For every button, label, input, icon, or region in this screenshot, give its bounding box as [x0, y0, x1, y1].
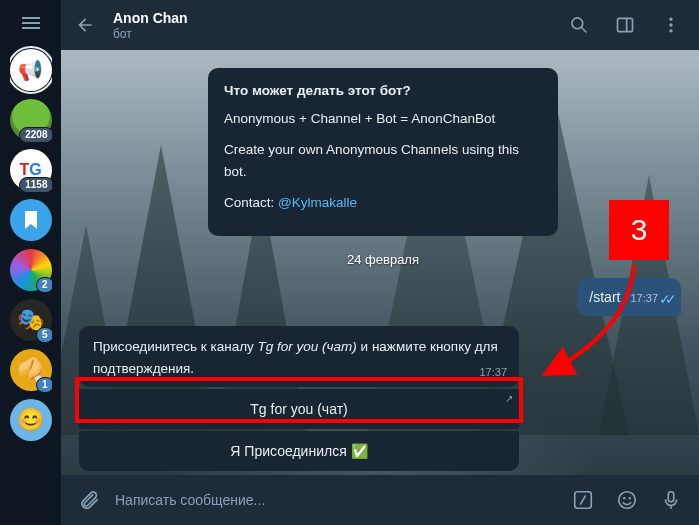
read-checks-icon: ✓✓	[659, 288, 671, 310]
message-row-in: Присоединитесь к каналу Tg for you (чат)…	[79, 326, 687, 471]
svg-rect-2	[618, 18, 633, 31]
unread-badge: 2208	[19, 127, 51, 143]
sidebar-chat-last[interactable]: 😊	[10, 399, 52, 441]
smile-icon	[616, 489, 638, 511]
bot-info-heading: Что может делать этот бот?	[224, 80, 542, 102]
chat-area: Что может делать этот бот? Anonymous + C…	[61, 50, 699, 475]
menu-button[interactable]	[0, 0, 61, 45]
unread-badge: 1	[36, 377, 52, 393]
sidebar-chat-saved[interactable]	[10, 199, 52, 241]
hamburger-icon	[22, 17, 40, 29]
chat-header: Anon Chan бот	[61, 0, 699, 50]
sidepanel-button[interactable]	[607, 7, 643, 43]
emoji-button[interactable]	[609, 482, 645, 518]
svg-point-6	[669, 29, 672, 32]
svg-point-0	[572, 18, 583, 29]
message-input[interactable]	[115, 492, 557, 508]
outgoing-text: /start	[589, 286, 620, 308]
slash-box-icon	[572, 489, 594, 511]
more-button[interactable]	[653, 7, 689, 43]
paperclip-icon	[78, 489, 100, 511]
chat-title-block[interactable]: Anon Chan бот	[113, 10, 551, 41]
arrow-left-icon	[75, 15, 95, 35]
bookmark-icon	[23, 210, 39, 230]
inline-button-channel[interactable]: Tg for you (чат) ↗	[79, 389, 519, 429]
message-row-out: /start 17:37 ✓✓	[79, 278, 687, 316]
unread-badge: 5	[36, 327, 52, 343]
inline-keyboard: Tg for you (чат) ↗ Я Присоединился ✅	[79, 389, 519, 471]
megaphone-icon: 📢	[18, 58, 43, 82]
svg-line-1	[582, 28, 587, 33]
face-icon: 😊	[17, 407, 44, 433]
svg-rect-12	[668, 492, 674, 502]
sidebar-chat-tg[interactable]: TG1158	[10, 149, 52, 191]
bot-info-contact: Contact: @Kylmakalle	[224, 192, 542, 214]
bot-info-bubble: Что может делать этот бот? Anonymous + C…	[208, 68, 558, 236]
sidebar-chat-cookie[interactable]: 🥠1	[10, 349, 52, 391]
outgoing-message[interactable]: /start 17:37 ✓✓	[577, 278, 681, 316]
bot-info-line2: Create your own Anonymous Channels using…	[224, 139, 542, 182]
chat-list: 📢 2208 TG1158 2 🎭5 🥠1 😊	[10, 45, 52, 525]
incoming-message[interactable]: Присоединитесь к каналу Tg for you (чат)…	[79, 326, 519, 387]
incoming-time: 17:37	[479, 364, 507, 382]
external-link-icon: ↗	[505, 393, 513, 404]
bot-commands-button[interactable]	[565, 482, 601, 518]
outgoing-meta: 17:37 ✓✓	[630, 288, 671, 310]
sidebar-chat-megaphone[interactable]: 📢	[10, 49, 52, 91]
annotation-number-box: 3	[609, 200, 669, 260]
message-list: Что может делать этот бот? Anonymous + C…	[61, 50, 699, 475]
svg-point-11	[629, 497, 631, 499]
chat-subtitle: бот	[113, 27, 551, 41]
main-panel: Anon Chan бот Что может делать	[61, 0, 699, 525]
composer	[61, 475, 699, 525]
date-separator: 24 февраля	[79, 250, 687, 268]
voice-button[interactable]	[653, 482, 689, 518]
sidebar: 📢 2208 TG1158 2 🎭5 🥠1 😊	[0, 0, 61, 525]
inline-button-joined[interactable]: Я Присоединился ✅	[79, 431, 519, 471]
unread-badge: 2	[36, 277, 52, 293]
bot-contact-link[interactable]: @Kylmakalle	[278, 195, 357, 210]
svg-line-8	[580, 495, 586, 504]
sidebar-chat-android[interactable]: 2208	[10, 99, 52, 141]
back-button[interactable]	[67, 7, 103, 43]
search-icon	[569, 15, 589, 35]
app-root: 📢 2208 TG1158 2 🎭5 🥠1 😊 Anon Chan бот	[0, 0, 699, 525]
chat-title: Anon Chan	[113, 10, 551, 27]
microphone-icon	[660, 489, 682, 511]
svg-point-4	[669, 18, 672, 21]
bot-info-line1: Anonymous + Channel + Bot = AnonChanBot	[224, 108, 542, 130]
attach-button[interactable]	[71, 482, 107, 518]
unread-badge: 1158	[19, 177, 51, 193]
svg-point-10	[623, 497, 625, 499]
more-vertical-icon	[661, 15, 681, 35]
sidepanel-icon	[615, 15, 635, 35]
svg-point-9	[619, 492, 636, 509]
sidebar-chat-mask[interactable]: 🎭5	[10, 299, 52, 341]
sidebar-chat-color[interactable]: 2	[10, 249, 52, 291]
search-button[interactable]	[561, 7, 597, 43]
svg-point-5	[669, 23, 672, 26]
